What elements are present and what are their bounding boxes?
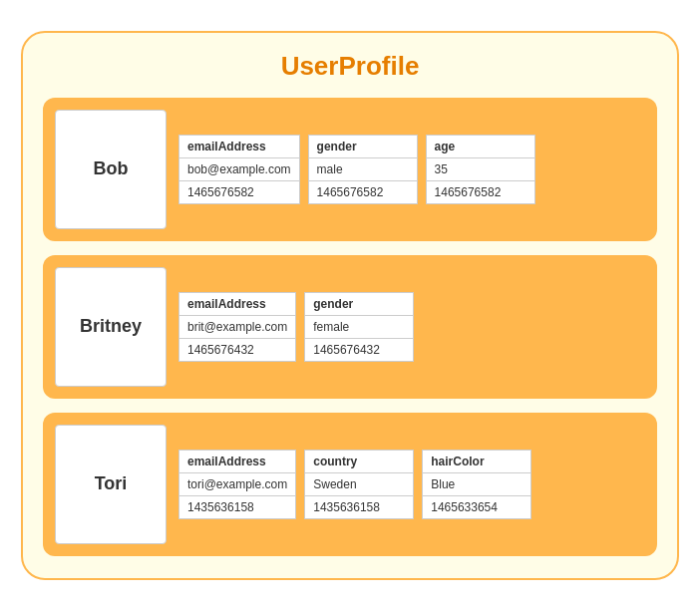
outer-container: UserProfile BobemailAddressbob@example.c…	[21, 31, 679, 580]
field-group: emailAddressbob@example.com1465676582	[178, 135, 300, 204]
avatar: Britney	[55, 267, 167, 387]
field-id: 1465676582	[178, 181, 300, 204]
user-card: ToriemailAddresstori@example.com14356361…	[43, 413, 657, 556]
field-group: hairColorBlue1465633654	[422, 450, 531, 519]
field-value: tori@example.com	[178, 473, 296, 496]
field-value: Blue	[422, 473, 531, 496]
field-value: female	[304, 316, 414, 339]
field-id: 1465633654	[422, 496, 531, 519]
field-id: 1435636158	[304, 496, 414, 519]
fields-row: emailAddressbrit@example.com1465676432ge…	[178, 292, 645, 362]
field-id: 1465676432	[178, 339, 296, 362]
field-header: emailAddress	[178, 450, 296, 473]
field-id: 1465676582	[308, 181, 418, 204]
user-card: BobemailAddressbob@example.com1465676582…	[43, 98, 657, 241]
field-group: gendermale1465676582	[308, 135, 418, 204]
page-title: UserProfile	[43, 51, 657, 82]
field-header: gender	[304, 292, 414, 316]
field-group: age351465676582	[426, 135, 535, 204]
users-list: BobemailAddressbob@example.com1465676582…	[43, 98, 657, 556]
field-id: 1465676582	[426, 181, 535, 204]
user-card: BritneyemailAddressbrit@example.com14656…	[43, 255, 657, 399]
field-value: male	[308, 158, 418, 181]
field-group: emailAddressbrit@example.com1465676432	[178, 292, 296, 362]
field-header: gender	[308, 135, 418, 158]
field-group: genderfemale1465676432	[304, 292, 414, 362]
field-value: brit@example.com	[178, 316, 296, 339]
field-header: age	[426, 135, 535, 158]
field-id: 1435636158	[178, 496, 296, 519]
field-id: 1465676432	[304, 339, 414, 362]
avatar: Tori	[55, 425, 167, 544]
field-header: emailAddress	[178, 292, 296, 316]
field-group: countrySweden1435636158	[304, 450, 414, 519]
field-value: bob@example.com	[178, 158, 300, 181]
field-group: emailAddresstori@example.com1435636158	[178, 450, 296, 519]
field-header: country	[304, 450, 414, 473]
field-value: Sweden	[304, 473, 414, 496]
field-header: hairColor	[422, 450, 531, 473]
fields-row: emailAddressbob@example.com1465676582gen…	[178, 135, 645, 204]
fields-row: emailAddresstori@example.com1435636158co…	[178, 450, 645, 519]
field-value: 35	[426, 158, 535, 181]
avatar: Bob	[55, 110, 167, 229]
field-header: emailAddress	[178, 135, 300, 158]
